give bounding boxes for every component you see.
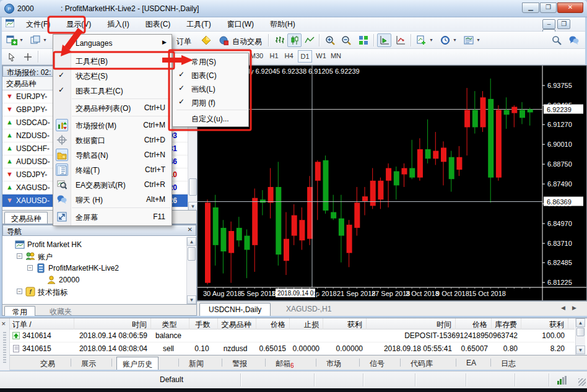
- resize-grip[interactable]: [578, 378, 586, 386]
- view-menu-item-7[interactable]: 交易品种列表(O)Ctrl+U: [53, 100, 172, 115]
- terminal-tab-4[interactable]: 新闻: [183, 357, 209, 370]
- terminal-column-11[interactable]: 库存费: [492, 318, 521, 329]
- bar-chart-button[interactable]: [272, 33, 287, 47]
- terminal-column-1[interactable]: 订单 /: [10, 318, 74, 329]
- chart-tab-xagusd[interactable]: XAGUSD-,H1: [277, 303, 340, 316]
- tile-windows-button[interactable]: [356, 33, 370, 47]
- periods-button-dropdown-icon[interactable]: ▼: [453, 38, 457, 42]
- periods-button[interactable]: [438, 33, 452, 47]
- close-icon[interactable]: ✕: [188, 226, 193, 233]
- menubar-item-4[interactable]: 图表(C): [137, 17, 179, 32]
- terminal-tab-6[interactable]: 邮箱6: [270, 357, 300, 370]
- terminal-column-4[interactable]: 手数: [189, 318, 218, 329]
- new-chart-button[interactable]: [4, 33, 19, 47]
- collapse-icon[interactable]: −: [27, 265, 33, 271]
- crosshair-tool-button[interactable]: [20, 50, 35, 64]
- candlestick-chart[interactable]: ily 6.92045 6.92338 6.91205 6.922396.937…: [198, 66, 586, 300]
- toolbars-submenu-item-1[interactable]: ✓常用(S): [173, 54, 248, 68]
- auto-arrange-button[interactable]: [377, 33, 391, 47]
- community-chat-button[interactable]: [567, 33, 581, 47]
- terminal-column-5[interactable]: 交易品种: [218, 318, 256, 329]
- profiles-button[interactable]: [28, 33, 42, 47]
- terminal-column-10[interactable]: 价格: [456, 318, 492, 329]
- view-menu-item-16[interactable]: 全屏幕F11: [53, 209, 172, 224]
- view-menu-item-3[interactable]: 工具栏(B): [53, 53, 172, 68]
- terminal-column-6[interactable]: 价格: [256, 318, 290, 329]
- terminal-grip[interactable]: ✕: [0, 318, 10, 370]
- period-button-h1[interactable]: H1: [267, 50, 281, 63]
- candlestick-chart-button[interactable]: [287, 33, 302, 47]
- close-icon[interactable]: ✕: [1, 321, 6, 327]
- zoom-in-button[interactable]: [323, 33, 337, 47]
- terminal-tab-10[interactable]: EA: [461, 357, 482, 370]
- zoom-out-button[interactable]: [339, 33, 353, 47]
- toolbars-submenu-item-3[interactable]: ✓画线(L): [173, 82, 248, 95]
- terminal-tab-7[interactable]: 市场: [321, 357, 347, 370]
- terminal-tab-11[interactable]: 日志: [495, 357, 521, 370]
- view-menu-item-4[interactable]: ✓状态栏(S): [53, 68, 172, 83]
- new-chart-button-dropdown-icon[interactable]: ▼: [19, 38, 24, 42]
- scroll-up-icon[interactable]: ▲: [576, 318, 585, 327]
- scroll-down-icon[interactable]: ▼: [576, 346, 585, 354]
- view-menu-item-13[interactable]: EA交易测试(R)Ctrl+R: [53, 177, 172, 192]
- marketplace-button[interactable]: [199, 33, 213, 47]
- menubar-item-7[interactable]: 帮助(H): [262, 17, 303, 32]
- terminal-tab-5[interactable]: 警报: [227, 357, 253, 370]
- collapse-icon[interactable]: −: [17, 253, 22, 259]
- templates-button-dropdown-icon[interactable]: ▼: [476, 38, 480, 42]
- restore-button[interactable]: ❐: [540, 2, 557, 13]
- scrollbar-thumb[interactable]: [188, 247, 196, 261]
- terminal-column-7[interactable]: 止损: [290, 318, 323, 329]
- tab-common[interactable]: 常用: [4, 306, 35, 316]
- navigator-scrollbar[interactable]: ▲ ▼: [186, 237, 196, 304]
- terminal-row-2[interactable]: 34106152018.09.14 08:08:04sell0.10nzdusd…: [10, 342, 575, 355]
- toolbars-submenu-item-4[interactable]: ✓周期 (f): [173, 95, 248, 109]
- period-button-h4[interactable]: H4: [282, 50, 296, 63]
- profiles-button-dropdown-icon[interactable]: ▼: [43, 38, 47, 42]
- mdi-restore-button[interactable]: ❐: [557, 19, 570, 29]
- view-menu-item-11[interactable]: 导航器(N)Ctrl+N: [53, 147, 172, 162]
- terminal-column-9[interactable]: 时间: [367, 318, 456, 329]
- chart-window[interactable]: ily 6.92045 6.92338 6.91205 6.922396.937…: [197, 65, 587, 301]
- terminal-column-3[interactable]: 类型: [151, 318, 189, 329]
- view-menu-item-10[interactable]: 数据窗口Ctrl+D: [53, 133, 172, 147]
- profile-label[interactable]: Default: [160, 375, 183, 384]
- navigator-item-4[interactable]: 20000: [2, 274, 186, 285]
- terminal-column-12[interactable]: 获利: [521, 318, 568, 329]
- scrollbar-thumb[interactable]: [189, 178, 197, 196]
- scrollbar-thumb[interactable]: [576, 328, 585, 336]
- navigator-item-1[interactable]: Profit Market HK: [2, 238, 186, 250]
- view-menu-item-1[interactable]: Languages▶: [53, 36, 172, 51]
- indicators-button[interactable]: [414, 33, 428, 47]
- terminal-column-2[interactable]: 时间: [74, 318, 151, 329]
- scroll-up-icon[interactable]: ▲: [187, 237, 196, 246]
- period-button-mn[interactable]: MN: [329, 50, 343, 63]
- close-button[interactable]: ✕: [557, 2, 583, 13]
- new-order-button[interactable]: 订单: [176, 37, 191, 47]
- period-button-w1[interactable]: W1: [314, 50, 328, 63]
- indicators-button-dropdown-icon[interactable]: ▼: [429, 38, 433, 42]
- menubar-item-3[interactable]: 插入(I): [99, 17, 137, 32]
- terminal-scrollbar[interactable]: ▲ ▼: [575, 318, 585, 355]
- period-button-d1[interactable]: D1: [298, 50, 312, 63]
- tab-symbols[interactable]: 交易品种: [4, 212, 48, 224]
- chart-tab-usdcnh[interactable]: USDCNH-,Daily: [199, 303, 271, 316]
- period-button-m30[interactable]: M30: [250, 50, 264, 63]
- tab-scroll-right-icon[interactable]: ▶: [572, 305, 576, 311]
- menubar-item-1[interactable]: 文件(F): [18, 17, 58, 32]
- menubar-item-5[interactable]: 工具(T): [178, 17, 219, 32]
- view-menu-item-9[interactable]: 市场报价(M)Ctrl+M: [53, 118, 172, 133]
- view-menu-item-12[interactable]: 终端(T)Ctrl+T: [53, 162, 172, 177]
- scroll-down-icon[interactable]: ▼: [187, 295, 196, 304]
- tab-favorites[interactable]: 收藏夹: [42, 306, 79, 316]
- toolbars-submenu-item-2[interactable]: ✓图表(C): [173, 68, 248, 82]
- minimize-button[interactable]: ▁: [522, 2, 539, 13]
- view-menu-item-5[interactable]: ✓图表工具栏(C): [53, 83, 172, 98]
- navigator-item-2[interactable]: −账户: [2, 250, 186, 262]
- terminal-column-8[interactable]: 获利: [323, 318, 367, 329]
- scroll-down-icon[interactable]: ▼: [188, 202, 198, 211]
- tab-scroll-left-icon[interactable]: ◀: [561, 305, 565, 311]
- terminal-tab-3[interactable]: 账户历史: [116, 357, 159, 370]
- view-menu-item-14[interactable]: 聊天 (H)Alt+M: [53, 192, 172, 207]
- track-chart-button[interactable]: [393, 33, 407, 47]
